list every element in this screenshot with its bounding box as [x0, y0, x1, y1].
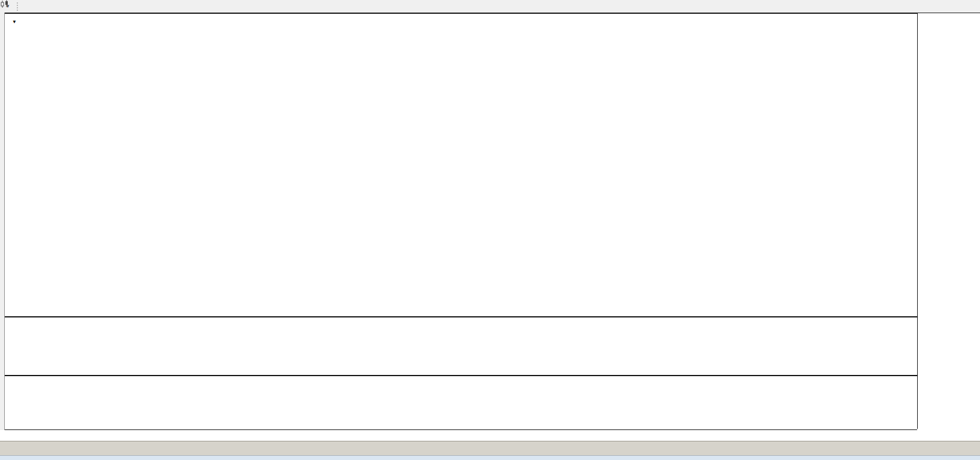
status-strip [0, 455, 980, 460]
timeframe-toolbar: ▼ [0, 0, 980, 13]
dropdown-triangle-icon[interactable]: ▼ [12, 19, 17, 25]
tab-scroll-arrows [960, 446, 972, 456]
terminal-window: ▼ ▼ [0, 0, 980, 460]
candlestick-chart-icon[interactable]: ▼ [2, 3, 12, 10]
price-axis[interactable] [917, 13, 980, 429]
toolbar-grip [17, 2, 18, 11]
window-left-edge [0, 13, 5, 430]
chart-tab-bar [0, 441, 980, 456]
date-axis[interactable] [5, 430, 917, 440]
price-chart-panel[interactable]: ▼ [5, 13, 917, 317]
macd-indicator-panel[interactable] [5, 376, 917, 430]
chart-title: ▼ [12, 17, 32, 25]
rsi-indicator-panel[interactable] [5, 317, 917, 376]
